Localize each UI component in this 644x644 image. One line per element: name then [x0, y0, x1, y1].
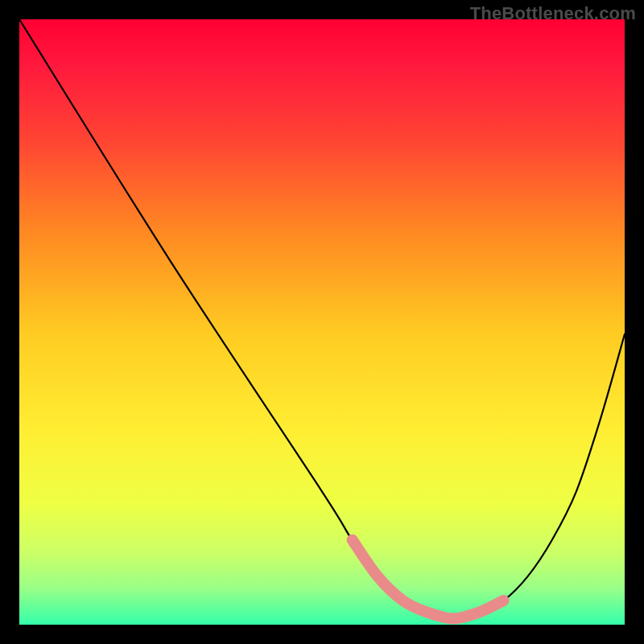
- gradient-background: [19, 19, 625, 625]
- bottleneck-chart-svg: [19, 19, 625, 625]
- chart-plot-area: [19, 19, 625, 625]
- chart-frame: TheBottleneck.com: [0, 0, 644, 644]
